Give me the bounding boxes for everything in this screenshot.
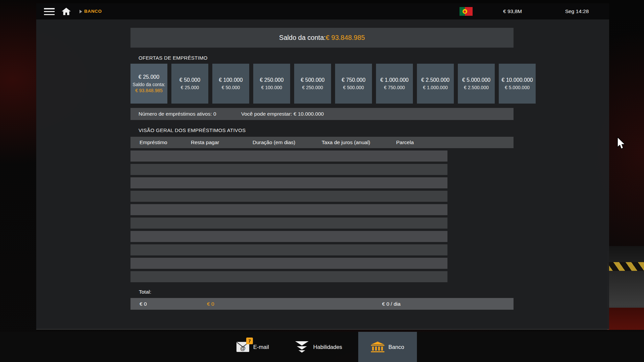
bank-panel: BANCO € 93,8M Seg 14:28 Saldo da conta: … xyxy=(36,3,609,329)
total-installment: € 0 / dia xyxy=(382,298,400,310)
borrow-limit: Você pode emprestar: € 10.000.000 xyxy=(241,108,324,120)
breadcrumb: BANCO xyxy=(84,3,102,19)
loan-offer-amount: € 750.000 xyxy=(341,77,365,83)
loans-table-rows xyxy=(130,150,447,285)
bottom-nav: @ 7 E-mail Habilidades xyxy=(0,332,644,362)
flag-emblem xyxy=(463,9,467,14)
loan-offer-amount: € 25.000 xyxy=(139,74,159,80)
loan-offer-card[interactable]: € 750.000€ 500.000 xyxy=(335,64,372,104)
loan-offer-sub: € 1.000.000 xyxy=(423,84,448,90)
loan-offer-sub: € 2.500.000 xyxy=(464,84,489,90)
loan-row xyxy=(130,258,447,269)
loan-offer-card[interactable]: € 50.000€ 25.000 xyxy=(171,64,208,104)
balance-label: Saldo da conta: xyxy=(279,34,326,42)
loan-row xyxy=(130,218,447,229)
scene-hazard-stripe xyxy=(607,262,644,271)
nav-email[interactable]: @ 7 E-mail xyxy=(227,332,278,362)
loan-offer-card[interactable]: € 100.000€ 50.000 xyxy=(212,64,249,104)
menu-icon[interactable] xyxy=(44,8,55,15)
money-display: € 93,8M xyxy=(492,3,533,19)
loan-offer-card[interactable]: € 250.000€ 100.000 xyxy=(253,64,290,104)
totals-bar: € 0 € 0 € 0 / dia xyxy=(130,298,514,310)
loan-row xyxy=(130,150,447,162)
loan-row xyxy=(130,204,447,215)
loan-offer-amount: € 100.000 xyxy=(219,77,243,83)
column-header: Duração (em dias) xyxy=(253,137,296,148)
loan-offer-sub: € 100.000 xyxy=(261,84,282,90)
scene-red-object xyxy=(607,308,644,330)
loan-offer-sub: € 50.000 xyxy=(222,84,240,90)
stacked-chevrons-icon xyxy=(294,341,309,353)
loan-offer-card[interactable]: € 1.000.000€ 750.000 xyxy=(376,64,413,104)
home-icon[interactable] xyxy=(62,7,71,15)
loan-offers: € 25.000Saldo da conta: € 93.848.985€ 50… xyxy=(130,64,536,104)
loan-row xyxy=(130,177,447,188)
loan-row xyxy=(130,191,447,202)
loan-offer-amount: € 500.000 xyxy=(301,77,324,83)
account-balance-bar: Saldo da conta: € 93.848.985 xyxy=(130,28,514,48)
active-loans-count: Número de empréstimos ativos: 0 xyxy=(139,108,216,120)
nav-bank[interactable]: Banco xyxy=(358,332,417,362)
loan-offer-card[interactable]: € 25.000Saldo da conta: € 93.848.985 xyxy=(130,64,167,104)
total-remaining: € 0 xyxy=(207,298,214,310)
loan-offer-card[interactable]: € 10.000.000€ 5.000.000 xyxy=(499,64,536,104)
column-header: Empréstimo xyxy=(140,137,167,148)
loan-offer-card[interactable]: € 500.000€ 250.000 xyxy=(294,64,331,104)
loan-offer-amount: € 5.000.000 xyxy=(462,77,491,83)
chevron-right-icon xyxy=(79,10,82,13)
balance-value: € 93.848.985 xyxy=(326,34,365,42)
active-loans-title: VISÃO GERAL DOS EMPRÉSTIMOS ATIVOS xyxy=(139,127,246,133)
loan-offer-amount: € 1.000.000 xyxy=(380,77,409,83)
nav-skills[interactable]: Habilidades xyxy=(285,332,352,362)
loan-offer-sub: € 25.000 xyxy=(181,84,199,90)
portugal-flag-icon xyxy=(460,7,473,16)
total-loan: € 0 xyxy=(140,298,147,310)
loan-row xyxy=(130,271,447,282)
loan-offer-amount: € 10.000.000 xyxy=(501,77,533,83)
loan-row xyxy=(130,244,447,255)
nav-email-label: E-mail xyxy=(253,344,269,350)
loans-table-header: EmpréstimoResta pagarDuração (em dias)Ta… xyxy=(130,137,514,148)
loan-offer-amount: € 2.500.000 xyxy=(421,77,450,83)
loan-offer-amount: € 50.000 xyxy=(179,77,200,83)
loan-offer-card[interactable]: € 2.500.000€ 1.000.000 xyxy=(417,64,454,104)
column-header: Resta pagar xyxy=(191,137,219,148)
column-header: Taxa de juros (anual) xyxy=(322,137,370,148)
loan-offer-sub: € 5.000.000 xyxy=(505,84,530,90)
loan-row xyxy=(130,164,447,175)
loan-offer-amount: € 250.000 xyxy=(260,77,283,83)
bank-content: Saldo da conta: € 93.848.985 OFERTAS DE … xyxy=(36,19,609,329)
loan-offer-sub: € 500.000 xyxy=(343,84,364,90)
column-header: Parcela xyxy=(396,137,414,148)
loan-offer-sub: € 750.000 xyxy=(384,84,405,90)
top-bar: BANCO € 93,8M Seg 14:28 xyxy=(36,3,609,19)
loan-row xyxy=(130,231,447,242)
svg-text:@: @ xyxy=(240,346,246,351)
email-icon-wrap: @ 7 xyxy=(236,342,249,352)
game-clock: Seg 14:28 xyxy=(557,3,597,19)
loan-offers-title: OFERTAS DE EMPRÉSTIMO xyxy=(139,55,208,61)
nav-skills-label: Habilidades xyxy=(313,344,342,350)
loan-offer-sub: Saldo da conta: € 93.848.985 xyxy=(132,81,166,94)
loan-offer-sub: € 250.000 xyxy=(302,84,323,90)
email-badge: 7 xyxy=(246,338,253,344)
total-label: Total: xyxy=(139,289,151,295)
mouse-cursor xyxy=(616,137,627,150)
bottom-bar: @ 7 E-mail Habilidades xyxy=(0,332,644,362)
nav-bank-label: Banco xyxy=(388,344,404,350)
loan-offer-card[interactable]: € 5.000.000€ 2.500.000 xyxy=(458,64,495,104)
loan-status-bar: Número de empréstimos ativos: 0 Você pod… xyxy=(130,108,514,120)
classical-building-icon xyxy=(371,342,384,352)
